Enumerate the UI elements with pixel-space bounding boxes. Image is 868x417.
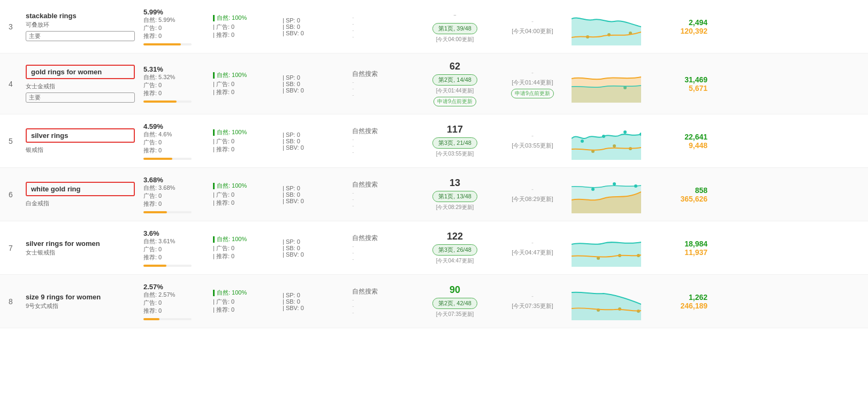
- type-dash: -: [352, 27, 408, 33]
- ad-cell: | SP: 0| SB: 0| SBV: 0: [278, 59, 348, 109]
- numbers-cell: 2,494120,392: [642, 5, 712, 48]
- update-text: [今天03:55更新]: [512, 142, 553, 150]
- table-row: 7silver rings for women女士银戒指3.6%自然: 3.61…: [0, 221, 868, 275]
- update-cell: -[今天03:55更新]: [498, 120, 567, 162]
- traffic-sub: 自然: 2.57%: [143, 291, 204, 299]
- ad-value: | SB: 0: [283, 298, 344, 305]
- ad-cell: | SP: 0| SB: 0| SBV: 0: [278, 227, 348, 269]
- source-sub: | 广告: 0: [213, 191, 274, 199]
- rank-number: 122: [447, 231, 463, 242]
- stat-number-1: 2,494: [689, 18, 707, 27]
- stat-number-2: 365,626: [680, 195, 707, 203]
- traffic-sub: 广告: 0: [143, 24, 204, 32]
- type-dash: -: [352, 196, 408, 202]
- ad-value: | SB: 0: [283, 191, 344, 198]
- keyword-english[interactable]: silver rings for women: [26, 240, 135, 248]
- keyword-cell: stackable rings可叠放环主要: [21, 5, 139, 48]
- traffic-percent: 3.68%: [143, 176, 204, 184]
- source-sub: | 推荐: 0: [213, 88, 274, 96]
- update-text: [今天04:00更新]: [512, 27, 553, 35]
- type-label: 自然搜索: [352, 127, 408, 136]
- traffic-bar-fill: [143, 101, 177, 103]
- update-dash: -: [531, 132, 534, 140]
- keyword-english[interactable]: stackable rings: [26, 12, 135, 20]
- keyword-chinese: 银戒指: [26, 146, 135, 154]
- rank-update-date: [今天08:29更新]: [436, 204, 474, 211]
- type-label: 自然搜索: [352, 234, 408, 243]
- keyword-english[interactable]: white gold ring: [31, 185, 130, 193]
- stat-number-2: 5,671: [689, 84, 707, 92]
- source-natural: 自然: 100%: [217, 128, 247, 136]
- ad-value: | SP: 0: [283, 292, 344, 298]
- keyword-english[interactable]: gold rings for women: [31, 68, 130, 76]
- rank-badge: 第2页, 14/48: [432, 74, 477, 86]
- rank-dash: -: [453, 10, 456, 21]
- traffic-cell: 3.68%自然: 3.68%广告: 0推荐: 0: [139, 173, 209, 215]
- source-sub: | 广告: 0: [213, 298, 274, 306]
- traffic-percent: 5.99%: [143, 8, 204, 16]
- update-cell: -[今天04:47更新]: [498, 227, 567, 269]
- rank-badge: 第2页, 42/48: [432, 298, 477, 309]
- traffic-sub: 推荐: 0: [143, 89, 204, 97]
- source-natural: 自然: 100%: [217, 182, 247, 190]
- type-dash: -: [352, 256, 408, 262]
- type-label: 自然搜索: [352, 70, 408, 79]
- type-label: 自然搜索: [352, 180, 408, 189]
- type-cell: 自然搜索---: [348, 120, 412, 162]
- table-row: 6white gold ring白金戒指3.68%自然: 3.68%广告: 0推…: [0, 168, 868, 221]
- traffic-bar-fill: [143, 158, 172, 160]
- stat-number-1: 18,984: [684, 240, 707, 248]
- traffic-percent: 2.57%: [143, 283, 204, 291]
- rank-badge: 第1页, 13/48: [432, 191, 477, 202]
- traffic-bar-fill: [143, 211, 167, 213]
- chart-cell: [567, 120, 642, 162]
- source-natural: 自然: 100%: [217, 14, 247, 22]
- stat-number-1: 31,469: [684, 75, 707, 84]
- stat-number-1: 858: [695, 186, 707, 195]
- update-dash: -: [531, 69, 534, 76]
- rank-update-date: [今天04:00更新]: [436, 36, 474, 43]
- update-cell: -[今天01:44更新]申请9点前更新: [498, 59, 567, 109]
- source-cell: 自然: 100%| 广告: 0| 推荐: 0: [209, 5, 278, 48]
- rank-number: 62: [450, 61, 460, 72]
- sparkline-chart: [572, 283, 641, 320]
- type-cell: 自然搜索---: [348, 59, 412, 109]
- keyword-chinese: 9号女式戒指: [26, 302, 135, 310]
- rank-number: 90: [450, 284, 460, 296]
- row-number: 3: [0, 5, 21, 48]
- keyword-english[interactable]: silver rings: [31, 132, 130, 140]
- ad-value: | SBV: 0: [283, 198, 344, 204]
- type-dash: -: [352, 20, 408, 27]
- keyword-tag: 主要: [26, 92, 135, 103]
- type-cell: 自然搜索---: [348, 173, 412, 215]
- ad-value: | SP: 0: [283, 238, 344, 245]
- keyword-english[interactable]: size 9 rings for women: [26, 293, 135, 301]
- table-row: 8size 9 rings for women9号女式戒指2.57%自然: 2.…: [0, 275, 868, 328]
- type-dash: -: [352, 33, 408, 40]
- traffic-bar-fill: [143, 318, 159, 320]
- traffic-cell: 5.99%自然: 5.99%广告: 0推荐: 0: [139, 5, 209, 48]
- rank-cell: 90第2页, 42/48[今天07:35更新]: [412, 280, 498, 322]
- source-natural: 自然: 100%: [217, 71, 247, 79]
- ad-value: | SBV: 0: [283, 144, 344, 151]
- type-dash: -: [352, 85, 408, 91]
- source-natural: 自然: 100%: [217, 289, 247, 297]
- row-number: 4: [0, 59, 21, 109]
- ad-cell: | SP: 0| SB: 0| SBV: 0: [278, 120, 348, 162]
- stat-number-2: 11,937: [684, 248, 707, 257]
- sparkline-chart: [572, 122, 641, 160]
- traffic-bar-fill: [143, 43, 181, 45]
- rank-badge: 第3页, 26/48: [432, 244, 477, 256]
- update-dash: -: [531, 292, 534, 300]
- traffic-bar-bg: [143, 318, 192, 320]
- rank-update-date: [今天01:44更新]: [436, 87, 474, 95]
- keyword-chinese: 可叠放环: [26, 21, 135, 29]
- type-dash: -: [352, 309, 408, 315]
- type-label: 自然搜索: [352, 287, 408, 296]
- traffic-sub: 推荐: 0: [143, 146, 204, 155]
- type-dash: -: [352, 14, 408, 20]
- stat-number-1: 22,641: [684, 133, 707, 141]
- ad-value: | SB: 0: [283, 81, 344, 87]
- apply-update-button[interactable]: 申请9点前更新: [433, 97, 476, 106]
- apply-update-button-2[interactable]: 申请9点前更新: [511, 89, 554, 98]
